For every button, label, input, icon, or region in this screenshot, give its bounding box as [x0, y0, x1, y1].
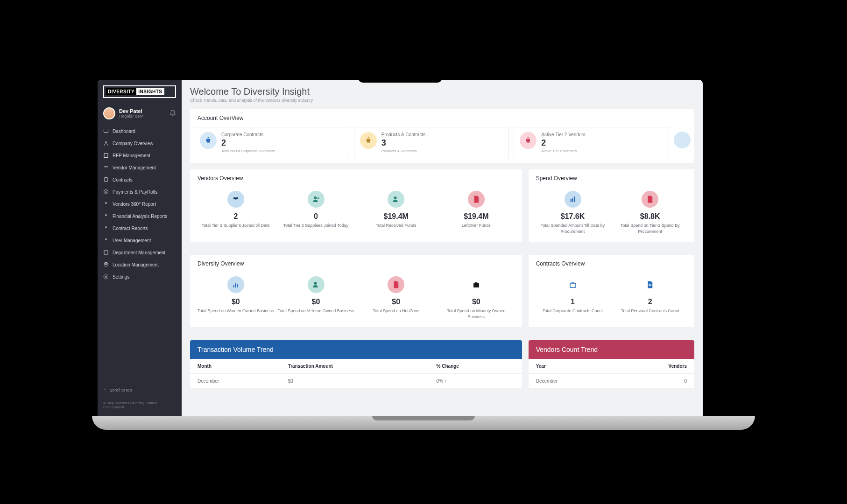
- svg-rect-27: [570, 283, 576, 287]
- hand-dollar-icon: [360, 132, 377, 149]
- sidebar-item-settings[interactable]: Settings: [98, 271, 182, 283]
- hand-dollar-icon: [674, 132, 691, 148]
- trend-title: Transaction Volume Trend: [190, 340, 522, 359]
- main: Welcome To Diversity Insight Check Trend…: [182, 80, 703, 416]
- stat-item: $17.6K Total Spended Amount Till Date by…: [536, 191, 610, 234]
- transaction-trend-card: Transaction Volume Trend Month Transacti…: [190, 340, 522, 388]
- account-item: Active Tier 2 Vendors 2 Active Tier 2 Ve…: [514, 127, 669, 158]
- stat-item: 0 Total Tier 2 Suppliers Joined Today: [278, 191, 354, 229]
- sidebar-item-360report[interactable]: Vendors 360° Report: [98, 198, 182, 210]
- stat-item: $0 Total Spend on HubZone: [358, 276, 434, 320]
- document-lines-icon: [642, 276, 658, 293]
- svg-point-10: [106, 239, 107, 240]
- sidebar-item-rfp[interactable]: RFP Management: [98, 149, 182, 161]
- document-icon: [468, 191, 485, 208]
- stat-item: $19.4M Total Received Funds: [358, 191, 434, 229]
- svg-rect-11: [104, 251, 108, 254]
- svg-rect-2: [104, 154, 108, 158]
- svg-point-3: [105, 166, 106, 168]
- chevron-up-icon: ⌃: [103, 388, 107, 392]
- page-subtitle: Check Trends, data, and analysis of the …: [190, 98, 694, 103]
- transaction-trend-table: Month Transaction Amount % Change Decemb…: [190, 359, 522, 388]
- svg-point-25: [314, 282, 317, 285]
- svg-point-18: [394, 196, 397, 199]
- svg-rect-23: [235, 283, 236, 287]
- sidebar: DIVERSITY INSIGHTS Dev Patel Regular use…: [98, 80, 182, 416]
- document-icon: [388, 276, 404, 293]
- page-title: Welcome To Diversity Insight: [190, 86, 694, 97]
- svg-point-16: [235, 197, 237, 200]
- account-item: Products & Contracts 3 Products & Contra…: [354, 127, 509, 158]
- table-row: December 0: [529, 374, 694, 389]
- stat-item: $8.8K Total Spend on Tier-2 Spend By Pro…: [613, 191, 687, 234]
- svg-text:$: $: [105, 190, 107, 193]
- user-plus-icon: [308, 276, 325, 293]
- user-name: Dev Patel: [119, 108, 166, 114]
- svg-rect-22: [233, 285, 234, 287]
- diversity-overview-card: Diversity Overview $0 Total Spend on Wom…: [190, 255, 522, 327]
- sidebar-item-contractreports[interactable]: Contract Reports: [98, 222, 182, 234]
- logo: DIVERSITY INSIGHTS: [103, 85, 176, 98]
- sidebar-item-dashboard[interactable]: Dashboard: [98, 125, 182, 137]
- sidebar-item-payments[interactable]: $Payments & PayRolls: [98, 186, 182, 198]
- sidebar-item-usermgmt[interactable]: User Management: [98, 234, 182, 246]
- card-title: Contracts Overview: [529, 255, 694, 273]
- document-icon: [642, 191, 658, 208]
- vendors-trend-table: Year Vendors December 0: [529, 359, 694, 388]
- svg-rect-29: [649, 285, 651, 286]
- stat-item: $0 Total Spend on Minority Owned Busines…: [438, 276, 515, 320]
- sidebar-item-vendor[interactable]: Vendor Management: [98, 161, 182, 174]
- svg-rect-21: [574, 196, 575, 202]
- scroll-to-top[interactable]: ⌃ Scroll to top: [98, 383, 182, 397]
- stat-item: 2 Total Tier 2 Suppliers Joined till Dat…: [198, 191, 274, 229]
- user-plus-icon: [388, 191, 404, 208]
- svg-rect-20: [572, 198, 573, 202]
- trend-title: Vendors Count Trend: [529, 340, 694, 359]
- briefcase-icon: [468, 276, 485, 293]
- card-title: Account OverView: [190, 109, 694, 127]
- sidebar-item-contracts[interactable]: Contracts: [98, 174, 182, 186]
- stat-item: 1 Total Corporate Contracts Count: [536, 276, 610, 314]
- sidebar-item-company[interactable]: Company Overview: [98, 137, 182, 149]
- stat-item: $19.4M LeftOver Funds: [438, 191, 515, 229]
- users-icon: [227, 191, 244, 208]
- svg-rect-26: [473, 283, 479, 287]
- svg-point-17: [314, 196, 317, 199]
- user-role: Regular user: [119, 114, 166, 119]
- nav: Dashboard Company Overview RFP Managemen…: [98, 123, 182, 383]
- card-title: Diversity Overview: [190, 255, 522, 273]
- stat-item: $0 Total Spend on Women Owned Business: [198, 276, 274, 320]
- card-title: Spend Overview: [529, 169, 694, 187]
- table-row: December $0 0% ↑: [190, 374, 522, 389]
- sidebar-item-deptmgmt[interactable]: Department Management: [98, 246, 182, 259]
- spend-overview-card: Spend Overview $17.6K Total Spended Amou…: [529, 169, 694, 242]
- avatar[interactable]: [103, 107, 115, 119]
- stat-item: $0 Total Spend on Veteran Owned Business: [278, 276, 354, 320]
- svg-point-12: [106, 264, 107, 265]
- user-row: Dev Patel Regular user: [98, 104, 182, 123]
- svg-rect-24: [237, 284, 238, 288]
- svg-rect-19: [570, 199, 571, 202]
- vendors-overview-card: Vendors Overview 2 Total Tier 2 Supplier…: [190, 169, 522, 242]
- account-overview-card: Account OverView Corporate Contracts 2 T…: [190, 109, 694, 163]
- hand-dollar-icon: [520, 132, 536, 149]
- account-item: Corporate Contracts 2 Total No.Of Corpor…: [194, 127, 349, 158]
- sidebar-footer: A Step Towards Diversity Unified Environ…: [98, 397, 182, 416]
- svg-point-4: [107, 166, 108, 167]
- contracts-overview-card: Contracts Overview 1 Total Corporate Con…: [529, 255, 694, 327]
- stat-item: 2 Total Personal Contracts Count: [613, 276, 687, 314]
- bar-chart-icon: [227, 276, 244, 293]
- account-item-partial: [674, 127, 691, 158]
- briefcase-outline-icon: [565, 276, 581, 293]
- bell-icon[interactable]: [169, 110, 176, 118]
- sidebar-item-locationmgmt[interactable]: Location Management: [98, 259, 182, 271]
- card-title: Vendors Overview: [190, 169, 522, 187]
- svg-rect-0: [104, 129, 108, 133]
- bar-chart-icon: [565, 191, 581, 208]
- svg-point-8: [106, 215, 107, 216]
- vendors-trend-card: Vendors Count Trend Year Vendors Decembe…: [529, 340, 694, 388]
- hand-dollar-icon: [200, 132, 217, 149]
- svg-point-7: [106, 203, 107, 204]
- svg-point-13: [106, 276, 107, 278]
- sidebar-item-financial[interactable]: Financial Analysis Reports: [98, 210, 182, 222]
